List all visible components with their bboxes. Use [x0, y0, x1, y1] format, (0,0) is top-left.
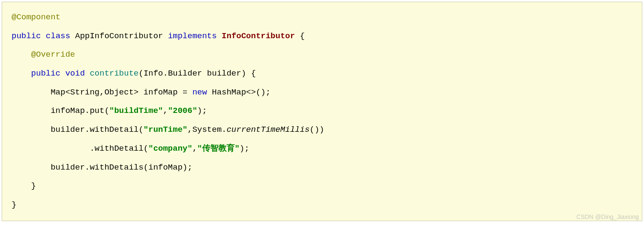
- string-literal: "传智教育": [197, 144, 240, 153]
- indent: [12, 69, 31, 78]
- interface-name: InfoContributor: [222, 31, 295, 41]
- code-text: .withDetail(: [90, 144, 148, 153]
- indent: [12, 163, 51, 172]
- code-text: builder.withDetail(: [51, 125, 144, 134]
- string-literal: "company": [148, 144, 192, 153]
- string-literal: "runTime": [144, 125, 188, 134]
- indent: [12, 181, 31, 191]
- indent: [12, 88, 51, 97]
- keyword-implements: implements: [168, 31, 217, 41]
- annotation-component: @Component: [12, 12, 60, 22]
- keyword-void: void: [65, 69, 85, 78]
- string-literal: "2006": [168, 106, 197, 115]
- code-text: ()): [310, 125, 324, 134]
- code-text: infoMap.put(: [51, 106, 109, 115]
- class-name: AppInfoContributor: [70, 31, 168, 41]
- annotation-override: @Override: [31, 50, 75, 59]
- method-params: (Info.Builder builder) {: [138, 69, 256, 78]
- indent: [12, 144, 90, 153]
- indent: [12, 50, 31, 59]
- comma: ,: [192, 144, 197, 153]
- code-text: );: [240, 144, 249, 153]
- indent: [12, 106, 51, 115]
- keyword-new: new: [192, 88, 207, 97]
- keyword-public: public: [12, 31, 41, 41]
- brace-close: }: [12, 200, 16, 210]
- keyword-public: public: [31, 69, 60, 78]
- code-text: HashMap<>();: [207, 88, 270, 97]
- code-block: @Component public class AppInfoContribut…: [2, 2, 642, 221]
- code-text: );: [197, 106, 207, 115]
- code-text: builder.withDetails(infoMap);: [51, 163, 192, 172]
- static-method: currentTimeMillis: [227, 125, 310, 134]
- brace-open: {: [295, 31, 305, 41]
- code-text: Map<String,Object> infoMap =: [51, 88, 192, 97]
- indent: [12, 125, 51, 134]
- comma: ,: [163, 106, 168, 115]
- brace-close: }: [31, 181, 36, 191]
- code-text: ,System.: [187, 125, 226, 134]
- string-literal: "buildTime": [109, 106, 163, 115]
- method-name: contribute: [90, 69, 138, 78]
- keyword-class: class: [46, 31, 70, 41]
